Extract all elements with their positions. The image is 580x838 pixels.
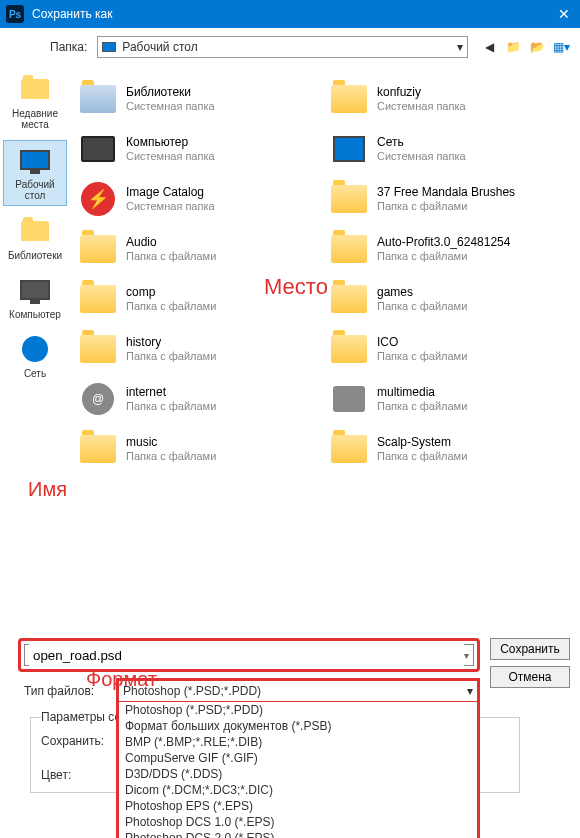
file-name: multimedia [377,385,467,399]
list-item[interactable]: Scalp-SystemПапка с файлами [325,424,576,474]
folder-icon [78,279,118,319]
filetype-dropdown: Photoshop (*.PSD;*.PDD)Формат больших до… [116,702,480,838]
list-item[interactable]: 37 Free Mandala BrushesПапка с файлами [325,174,576,224]
list-item[interactable]: БиблиотекиСистемная папка [74,74,325,124]
file-subtitle: Системная папка [126,100,215,113]
list-item[interactable]: @internetПапка с файлами [74,374,325,424]
folder-icon [78,329,118,369]
sidebar-place[interactable]: Недавние места [3,70,67,134]
file-subtitle: Папка с файлами [126,450,216,463]
folder-icon [78,229,118,269]
list-item[interactable]: Auto-Profit3.0_62481254Папка с файлами [325,224,576,274]
folder-icon [329,329,369,369]
photoshop-icon: Ps [6,5,24,23]
folder-select[interactable]: Рабочий стол ▾ [97,36,468,58]
list-item[interactable]: multimediaПапка с файлами [325,374,576,424]
computer-icon [78,129,118,169]
filename-input[interactable] [29,644,464,666]
file-name: ICO [377,335,467,349]
file-subtitle: Системная папка [377,150,466,163]
sidebar-place-label: Библиотеки [3,250,67,261]
window-title: Сохранить как [32,7,554,21]
folder-icon [329,79,369,119]
sidebar-place-label: Сеть [3,368,67,379]
path-row: Папка: Рабочий стол ▾ ◀ 📁 📂 ▦▾ [0,28,580,66]
cancel-button[interactable]: Отмена [490,666,570,688]
path-toolbar: ◀ 📁 📂 ▦▾ [480,38,570,56]
desktop-icon [17,145,53,175]
file-subtitle: Папка с файлами [377,350,467,363]
file-list: БиблиотекиСистемная папкаkonfuziyСистемн… [70,66,580,638]
list-item[interactable]: musicПапка с файлами [74,424,325,474]
filename-row: ▾ [18,638,480,672]
list-item[interactable]: konfuziyСистемная папка [325,74,576,124]
back-icon[interactable]: ◀ [480,38,498,56]
chevron-down-icon[interactable]: ▾ [464,650,469,661]
folder-icon [329,179,369,219]
view-icon[interactable]: ▦▾ [552,38,570,56]
file-name: Audio [126,235,216,249]
file-subtitle: Папка с файлами [377,400,467,413]
file-name: Scalp-System [377,435,467,449]
libraries-icon [17,216,53,246]
file-subtitle: Системная папка [126,200,215,213]
list-item[interactable]: ⚡Image CatalogСистемная папка [74,174,325,224]
filetype-option[interactable]: Photoshop (*.PSD;*.PDD) [119,702,477,718]
filetype-select[interactable]: Photoshop (*.PSD;*.PDD) ▾ [116,678,480,704]
save-button[interactable]: Сохранить [490,638,570,660]
filetype-option[interactable]: BMP (*.BMP;*.RLE;*.DIB) [119,734,477,750]
file-subtitle: Папка с файлами [377,450,467,463]
filetype-option[interactable]: D3D/DDS (*.DDS) [119,766,477,782]
file-subtitle: Папка с файлами [126,350,216,363]
recent-icon [17,74,53,104]
file-subtitle: Папка с файлами [377,300,467,313]
list-item[interactable]: ICOПапка с файлами [325,324,576,374]
libraries-icon [78,79,118,119]
file-name: comp [126,285,216,299]
up-icon[interactable]: 📁 [504,38,522,56]
params-color-label: Цвет: [41,768,111,782]
sidebar-place[interactable]: Компьютер [3,271,67,324]
filetype-option[interactable]: Dicom (*.DCM;*.DC3;*.DIC) [119,782,477,798]
file-name: history [126,335,216,349]
filetype-option[interactable]: CompuServe GIF (*.GIF) [119,750,477,766]
list-item[interactable]: КомпьютерСистемная папка [74,124,325,174]
titlebar: Ps Сохранить как ✕ [0,0,580,28]
file-subtitle: Папка с файлами [377,200,515,213]
list-item[interactable]: AudioПапка с файлами [74,224,325,274]
new-folder-icon[interactable]: 📂 [528,38,546,56]
annotation-place: Место [264,274,328,300]
folder-label: Папка: [50,40,87,54]
folder-icon [78,429,118,469]
sidebar-place[interactable]: Библиотеки [3,212,67,265]
file-subtitle: Папка с файлами [126,250,216,263]
computer-icon [17,275,53,305]
chevron-down-icon: ▾ [457,40,463,54]
filetype-option[interactable]: Photoshop EPS (*.EPS) [119,798,477,814]
annotation-name: Имя [28,478,67,501]
sidebar-place[interactable]: Сеть [3,330,67,383]
filetype-option[interactable]: Photoshop DCS 1.0 (*.EPS) [119,814,477,830]
list-item[interactable]: historyПапка с файлами [74,324,325,374]
places-sidebar: Недавние местаРабочий столБиблиотекиКомп… [0,66,70,638]
sidebar-place[interactable]: Рабочий стол [3,140,67,206]
folder-icon [329,229,369,269]
globe-icon: @ [78,379,118,419]
sidebar-place-label: Компьютер [3,309,67,320]
file-subtitle: Папка с файлами [377,250,510,263]
file-name: Image Catalog [126,185,215,199]
filetype-option[interactable]: Photoshop DCS 2.0 (*.EPS) [119,830,477,838]
folder-icon [329,429,369,469]
close-icon[interactable]: ✕ [554,6,574,22]
file-name: konfuziy [377,85,466,99]
chevron-down-icon: ▾ [467,684,473,698]
catalog-icon: ⚡ [78,179,118,219]
file-name: Компьютер [126,135,215,149]
file-name: Сеть [377,135,466,149]
file-subtitle: Системная папка [126,150,215,163]
params-save-label: Сохранить: [41,734,111,748]
list-item[interactable]: gamesПапка с файлами [325,274,576,324]
filetype-option[interactable]: Формат больших документов (*.PSB) [119,718,477,734]
list-item[interactable]: СетьСистемная папка [325,124,576,174]
sidebar-place-label: Недавние места [3,108,67,130]
